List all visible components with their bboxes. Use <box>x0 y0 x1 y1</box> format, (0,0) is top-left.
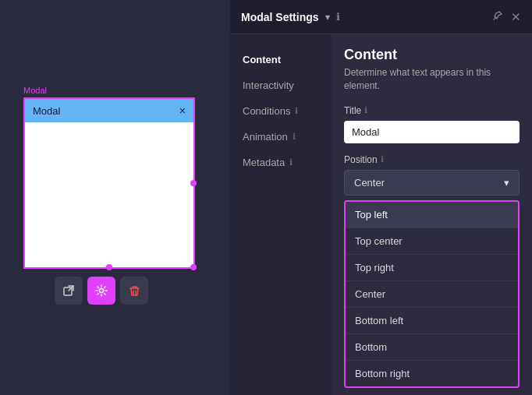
dropdown-item-bottom-left[interactable]: Bottom left <box>346 308 518 334</box>
position-info-icon: ℹ <box>381 154 384 164</box>
modal-toolbar <box>55 277 148 305</box>
panel-info-icon[interactable]: ℹ <box>336 11 340 23</box>
modal-wrapper: Modal Modal × <box>23 86 195 269</box>
content-section-title: Content <box>344 47 520 63</box>
resize-handle-right[interactable] <box>190 180 197 186</box>
panel-title-chevron[interactable]: ▾ <box>325 12 330 23</box>
nav-item-interactivity[interactable]: Interactivity <box>230 72 332 98</box>
modal-header: Modal × <box>25 99 193 122</box>
settings-button[interactable] <box>87 277 115 305</box>
nav-item-content[interactable]: Content <box>230 47 332 72</box>
canvas-area: Modal Modal × <box>0 0 230 395</box>
title-input[interactable] <box>344 121 520 143</box>
content-description: Determine what text appears in this elem… <box>344 66 520 93</box>
position-select-wrapper: Center ▾ <box>344 170 520 196</box>
conditions-info-icon: ℹ <box>295 106 298 116</box>
modal-label: Modal <box>23 86 195 95</box>
settings-icon <box>95 284 108 297</box>
resize-handle-bottom-right[interactable] <box>190 264 197 270</box>
animation-info-icon: ℹ <box>293 132 296 142</box>
close-panel-button[interactable]: ✕ <box>511 10 521 24</box>
metadata-info-icon: ℹ <box>289 157 293 168</box>
modal-header-title: Modal <box>33 105 60 117</box>
title-field-label: Title ℹ <box>344 105 520 116</box>
pin-button[interactable] <box>492 10 503 23</box>
external-link-button[interactable] <box>55 277 83 305</box>
dropdown-item-bottom[interactable]: Bottom <box>346 334 518 361</box>
nav-item-conditions[interactable]: Conditions ℹ <box>230 98 332 124</box>
panel-title-area: Modal Settings ▾ ℹ <box>241 11 340 23</box>
nav-item-animation[interactable]: Animation ℹ <box>230 124 332 150</box>
dropdown-item-center[interactable]: Center <box>346 281 518 308</box>
resize-handle-bottom[interactable] <box>106 264 112 270</box>
modal-close-button[interactable]: × <box>179 105 186 116</box>
position-field-label: Position ℹ <box>344 154 520 165</box>
dropdown-item-top-center[interactable]: Top center <box>346 228 518 255</box>
position-select[interactable]: Center ▾ <box>344 170 520 196</box>
modal-box[interactable]: Modal × <box>23 97 195 269</box>
panel-title: Modal Settings <box>241 11 319 23</box>
settings-panel: Modal Settings ▾ ℹ ✕ Content Interactivi… <box>230 0 532 395</box>
svg-line-2 <box>494 17 496 19</box>
panel-body: Content Interactivity Conditions ℹ Anima… <box>230 34 532 395</box>
external-link-icon <box>62 284 75 297</box>
dropdown-item-bottom-right[interactable]: Bottom right <box>346 361 518 386</box>
nav-item-metadata[interactable]: Metadata ℹ <box>230 150 332 175</box>
dropdown-item-top-right[interactable]: Top right <box>346 255 518 281</box>
settings-nav: Content Interactivity Conditions ℹ Anima… <box>230 34 332 395</box>
delete-button[interactable] <box>120 277 148 305</box>
title-info-icon: ℹ <box>364 105 367 115</box>
trash-icon <box>129 285 140 297</box>
panel-header-actions: ✕ <box>492 10 521 24</box>
panel-header: Modal Settings ▾ ℹ ✕ <box>230 0 532 34</box>
settings-content: Content Determine what text appears in t… <box>332 34 532 395</box>
pin-icon <box>492 10 503 21</box>
dropdown-item-top-left[interactable]: Top left <box>346 202 518 228</box>
position-dropdown-list: Top left Top center Top right Center Bot… <box>344 200 520 388</box>
svg-point-1 <box>100 289 104 293</box>
chevron-down-icon: ▾ <box>504 177 509 189</box>
